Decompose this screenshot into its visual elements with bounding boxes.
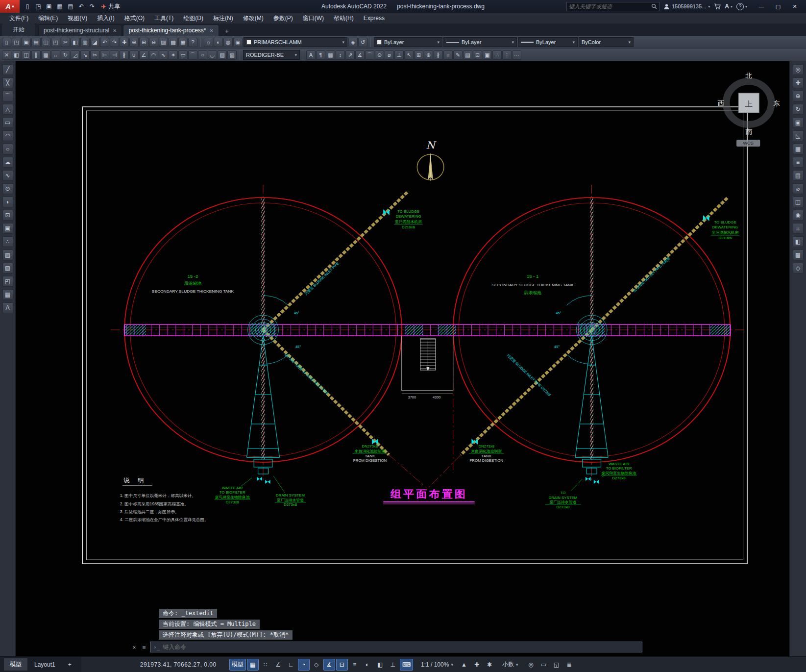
- match-properties-icon[interactable]: ◪: [90, 38, 99, 47]
- customize-commandline-icon[interactable]: ≡: [140, 644, 148, 650]
- ellipse-arc-icon[interactable]: ◗: [2, 197, 13, 207]
- menu-item[interactable]: 插入(I): [93, 13, 119, 24]
- dim-linear-icon[interactable]: ↕: [336, 50, 345, 60]
- tolerance-icon[interactable]: ⊞: [414, 50, 423, 60]
- dim-ordinate-icon[interactable]: ⊥: [394, 50, 404, 60]
- circle-mod-icon[interactable]: ○: [198, 50, 207, 60]
- divide-icon[interactable]: ⋮: [502, 50, 512, 60]
- clean-screen-icon[interactable]: ◱: [550, 659, 562, 671]
- rectangle-icon[interactable]: ▭: [178, 50, 188, 60]
- dim-diameter-icon[interactable]: ⌀: [385, 50, 394, 60]
- menu-item[interactable]: 视图(V): [63, 13, 92, 24]
- osnap-toggle[interactable]: ⊡: [336, 659, 348, 671]
- plotstyle-dropdown[interactable]: ByColor ▾: [579, 37, 634, 47]
- insert-block-icon[interactable]: ⊡: [473, 50, 482, 60]
- named-views-icon[interactable]: ◇: [793, 263, 804, 274]
- doc-tab[interactable]: post-thickening-tank-process* ✕: [123, 25, 219, 36]
- insert-icon[interactable]: ⊡: [2, 210, 13, 221]
- redo-icon[interactable]: ↷: [87, 1, 97, 11]
- table-icon[interactable]: ▦: [326, 50, 335, 60]
- paste-icon[interactable]: ▥: [80, 38, 90, 47]
- nav-orbit-icon[interactable]: ↻: [793, 104, 804, 115]
- rectangle-tool-icon[interactable]: ▭: [2, 117, 13, 128]
- close-tab-icon[interactable]: ✕: [113, 28, 117, 33]
- mirror-icon[interactable]: ◫: [22, 50, 31, 60]
- gradient-mod-icon[interactable]: ▧: [227, 50, 237, 60]
- infer-constraints-toggle[interactable]: ∠: [272, 659, 284, 671]
- region-icon[interactable]: ◰: [2, 276, 13, 287]
- rotate-icon[interactable]: ↻: [61, 50, 70, 60]
- section-icon[interactable]: ◫: [793, 197, 804, 207]
- ellipse-icon[interactable]: ⊙: [2, 183, 13, 194]
- viewcube-north[interactable]: 北: [745, 72, 752, 79]
- revcloud-icon[interactable]: ☁: [2, 157, 13, 168]
- arc-mod-icon[interactable]: ◡: [208, 50, 217, 60]
- make-object-layer-current-icon[interactable]: ◈: [348, 38, 358, 47]
- zoom-realtime-icon[interactable]: ⊕: [129, 38, 139, 47]
- save-as-icon[interactable]: ▦: [55, 1, 65, 11]
- snap-toggle[interactable]: ∷: [260, 659, 271, 671]
- transparency-toggle[interactable]: ◐: [362, 659, 373, 671]
- point-style-icon[interactable]: ∴: [492, 50, 502, 60]
- grid-display-icon[interactable]: ▦: [793, 144, 804, 154]
- text-style-dropdown[interactable]: ROEDIGER-BE ▾: [243, 50, 300, 60]
- circle-icon[interactable]: ○: [2, 144, 13, 154]
- dim-aligned-icon[interactable]: ⇗: [345, 50, 355, 60]
- copy-clip-icon[interactable]: ◧: [71, 38, 80, 47]
- menu-item[interactable]: 参数(P): [269, 13, 297, 24]
- trim-icon[interactable]: ✂: [90, 50, 99, 60]
- isolate-objects-icon[interactable]: ▭: [537, 659, 549, 671]
- annotation-scale-dropdown[interactable]: 1:1 / 100% ▾: [418, 661, 456, 668]
- viewcube-west[interactable]: 西: [718, 100, 725, 107]
- menu-item[interactable]: 编辑(E): [34, 13, 62, 24]
- break-icon[interactable]: ∦: [120, 50, 129, 60]
- offset-icon[interactable]: ∥: [31, 50, 41, 60]
- close-tab-icon[interactable]: ✕: [210, 28, 214, 33]
- viewcube-top[interactable]: 上: [745, 100, 753, 108]
- undo-icon[interactable]: ↶: [76, 1, 86, 11]
- menu-item[interactable]: 文件(F): [5, 13, 33, 24]
- camera-icon[interactable]: ◉: [793, 210, 804, 221]
- plot-preview-icon[interactable]: ◫: [41, 38, 50, 47]
- close-commandline-icon[interactable]: ✕: [130, 644, 138, 650]
- hatch-icon[interactable]: ▨: [2, 249, 13, 260]
- app-menu-button[interactable]: A ▾: [0, 0, 20, 13]
- zoom-window-icon[interactable]: ⊞: [139, 38, 148, 47]
- tab-layout1[interactable]: Layout1: [28, 659, 61, 670]
- polar-tracking-toggle[interactable]: ◔: [298, 659, 310, 671]
- extend-icon[interactable]: ⊢: [100, 50, 109, 60]
- model-space-toggle[interactable]: 模型: [229, 659, 246, 671]
- layers-panel-icon[interactable]: ≡: [793, 157, 804, 168]
- line-icon[interactable]: ╱: [2, 64, 13, 75]
- publish-icon[interactable]: ◰: [51, 38, 60, 47]
- dynamic-input-toggle[interactable]: ⌨: [400, 659, 413, 671]
- polyline-icon[interactable]: ⌒: [2, 91, 13, 101]
- open-icon[interactable]: ◳: [12, 38, 21, 47]
- close-button[interactable]: ✕: [786, 0, 803, 13]
- help-icon[interactable]: ?: [188, 38, 197, 47]
- spline-icon[interactable]: ∿: [2, 170, 13, 181]
- redo-tool-icon[interactable]: ↷: [110, 38, 119, 47]
- open-folder-icon[interactable]: ◳: [33, 1, 43, 11]
- linetype-dropdown[interactable]: ByLayer ▾: [443, 37, 517, 47]
- dim-style-icon[interactable]: ▤: [463, 50, 472, 60]
- plot-tool-icon[interactable]: ▤: [31, 38, 41, 47]
- plot-icon[interactable]: ▤: [66, 1, 75, 11]
- dynamic-ucs-toggle[interactable]: ⊥: [387, 659, 399, 671]
- array-icon[interactable]: ▦: [41, 50, 50, 60]
- explode-icon[interactable]: ✶: [169, 50, 178, 60]
- tab-start[interactable]: 开始: [2, 24, 35, 36]
- polygon-icon[interactable]: △: [2, 104, 13, 115]
- doc-tab[interactable]: post-thickening-structural ✕: [38, 25, 122, 36]
- grid-toggle[interactable]: ▦: [247, 659, 259, 671]
- dim-space-icon[interactable]: ≡: [443, 50, 453, 60]
- polyline-mod-icon[interactable]: ⌒: [188, 50, 197, 60]
- blend-icon[interactable]: ∿: [159, 50, 168, 60]
- layer-on-icon[interactable]: ☼: [204, 38, 213, 47]
- copy-object-icon[interactable]: ◧: [12, 50, 21, 60]
- save-tool-icon[interactable]: ▣: [22, 38, 31, 47]
- share-button[interactable]: ✈ 共享: [101, 2, 120, 11]
- table-tool-icon[interactable]: ▦: [2, 289, 13, 300]
- dim-angular-icon[interactable]: ∡: [355, 50, 365, 60]
- scale-icon[interactable]: ◿: [71, 50, 80, 60]
